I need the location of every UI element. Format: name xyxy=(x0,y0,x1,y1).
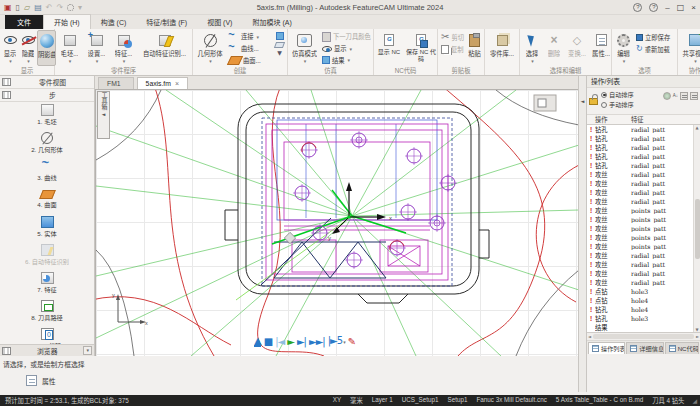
properties-button[interactable]: 属性... xyxy=(589,30,613,66)
filter-icon[interactable]: ▼ xyxy=(277,50,282,56)
stock-button[interactable]: 毛坯... xyxy=(56,30,83,66)
toolbox-flyout-tab[interactable]: 工具箱 ◄ xyxy=(97,91,110,139)
save-icon[interactable]: ▤ xyxy=(34,3,42,12)
scroll-up-icon[interactable]: ▲ xyxy=(695,125,698,130)
operation-row[interactable]: ! 攻丝 radial_patt xyxy=(587,260,693,269)
settings-gear-icon[interactable] xyxy=(67,4,74,11)
doc-tab-5axis[interactable]: 5axis.fm × xyxy=(137,77,188,89)
sim-play-button[interactable]: ► xyxy=(287,336,294,348)
tab-nc-code[interactable]: NC代码 xyxy=(665,342,699,354)
sim-fast-forward-button[interactable]: ►►| xyxy=(309,336,325,348)
step-surfaces[interactable]: 4. 曲面 xyxy=(0,188,94,216)
lock-icon[interactable] xyxy=(589,98,598,105)
new-file-icon[interactable]: ▯ xyxy=(16,3,20,12)
sort-az-icon[interactable]: A↓ xyxy=(673,92,678,100)
operation-row[interactable]: ! 攻丝 radial_patt xyxy=(587,197,693,206)
operation-row[interactable]: ! 攻丝 radial_patt xyxy=(587,170,693,179)
featurecam-app-icon[interactable]: ▣ xyxy=(4,3,12,12)
collapse-arrow-icon[interactable]: ◄ xyxy=(581,98,585,392)
sim-draw-mode-button[interactable]: ✎ xyxy=(348,336,355,348)
operation-row[interactable]: ! 钻孔 hole4 xyxy=(587,305,693,314)
solid-icon[interactable] xyxy=(276,32,284,40)
curves-button[interactable]: 曲线... xyxy=(226,43,273,55)
status-item[interactable]: XY xyxy=(333,396,341,405)
sim-eject-button[interactable]: ▲ xyxy=(254,336,261,347)
hide-button[interactable]: 隐藏 xyxy=(19,30,37,66)
step-stock[interactable]: 1. 毛坯 xyxy=(0,104,94,132)
operation-row[interactable]: ! 攻丝 points_patt xyxy=(587,233,693,242)
copy-button[interactable]: 复制 xyxy=(439,43,465,55)
surfaces-button[interactable]: 曲面... xyxy=(226,54,273,66)
operation-row[interactable]: ! 攻丝 radial_patt xyxy=(587,179,693,188)
operation-row[interactable]: ! 点钻 hole4 xyxy=(587,296,693,305)
status-item[interactable]: 5 Axis Table_Table - C on B.md xyxy=(556,396,643,405)
save-nc-button[interactable]: 保存 NC 代码 xyxy=(406,30,437,66)
tab-home[interactable]: 开始 (H) xyxy=(43,14,91,29)
tab-details[interactable]: 详细信息 xyxy=(626,342,663,354)
transform-button[interactable]: ◇ 变换... xyxy=(565,30,589,66)
operation-row[interactable]: ! 点钻 hole3 xyxy=(587,287,693,296)
operation-row[interactable]: ! 攻丝 radial_patt xyxy=(587,269,693,278)
status-item[interactable]: UCS_Setup1 xyxy=(402,396,439,405)
help-icon-2[interactable]: ? xyxy=(649,3,658,12)
edit-options-button[interactable]: 编辑 xyxy=(613,30,634,66)
sim-show-button[interactable]: 显示 xyxy=(320,43,373,55)
paste-button[interactable]: 粘贴 xyxy=(465,30,484,66)
step-nc-code[interactable]: 9. NC代码 xyxy=(0,328,94,344)
show-nc-button[interactable]: 显示 NC xyxy=(375,30,404,66)
redo-icon[interactable]: ↷ xyxy=(56,3,63,12)
save-now-button[interactable]: 立即保存 xyxy=(634,31,676,43)
step-toolpaths[interactable]: 8. 刀具路径 xyxy=(0,300,94,328)
step-features[interactable]: 7. 特征 xyxy=(0,272,94,300)
select-button[interactable]: 选择 xyxy=(521,30,543,66)
close-tab-icon[interactable]: × xyxy=(175,80,179,87)
connect-button[interactable]: 连接 xyxy=(226,31,273,43)
step-solids[interactable]: 5. 实体 xyxy=(0,216,94,244)
cut-button[interactable]: ✂剪切 xyxy=(439,31,465,43)
sim-step-back-button[interactable]: |◄ xyxy=(275,336,284,348)
operation-row[interactable]: ! 攻丝 points_patt xyxy=(587,242,693,251)
next-tool-color-button[interactable]: 下一刀具颜色 xyxy=(320,31,373,43)
collapse-chevron-icon[interactable]: ▾ xyxy=(83,346,92,355)
reload-button[interactable]: ↻重新加载 xyxy=(634,43,676,55)
cad-drawing[interactable]: x y x y xyxy=(96,90,578,356)
operation-row[interactable]: ! 攻丝 radial_patt xyxy=(587,278,693,287)
minimized-dialog[interactable] xyxy=(534,95,556,111)
expand-list-icon[interactable] xyxy=(680,92,688,100)
features-button[interactable]: 特征... xyxy=(110,30,137,66)
steps-icon[interactable] xyxy=(2,91,11,99)
show-button[interactable]: 显示 xyxy=(1,30,19,66)
operation-row[interactable]: ! 钻孔 radial_patt xyxy=(587,143,693,152)
step-curves[interactable]: 3. 曲线 xyxy=(0,160,94,188)
browser-bar[interactable]: 浏览器 ▾ xyxy=(0,344,94,356)
operation-row[interactable]: ! 攻丝 points_patt xyxy=(587,224,693,233)
auto-sort-radio[interactable]: 自动排序 xyxy=(601,90,634,99)
operation-row[interactable]: 结果 xyxy=(587,323,693,332)
minimize-button[interactable]: – xyxy=(665,3,669,12)
operation-row[interactable]: ! 钻孔 hole3 xyxy=(587,314,693,323)
open-folder-icon[interactable]: ▱ xyxy=(24,3,30,12)
scroll-right-icon[interactable]: ► xyxy=(696,334,699,339)
regenerate-icon[interactable] xyxy=(663,92,671,100)
status-item[interactable]: Layer 1 xyxy=(372,396,393,405)
scroll-left-icon[interactable]: ◄ xyxy=(588,334,591,339)
operation-row[interactable]: ! 攻丝 radial_patt xyxy=(587,251,693,260)
horizontal-scrollbar[interactable]: ◄► xyxy=(587,333,700,341)
delete-button[interactable]: × 删除 xyxy=(543,30,565,66)
step-afr[interactable]: 6. 自动特征识别 xyxy=(0,244,94,272)
operation-row[interactable]: ! 攻丝 radial_patt xyxy=(587,188,693,197)
operation-row[interactable]: ! 攻丝 points_patt xyxy=(587,215,693,224)
setups-button[interactable]: 设置... xyxy=(83,30,110,66)
tab-operation-list[interactable]: 操作列表 xyxy=(588,342,625,354)
sim-stop-button[interactable]: ■ xyxy=(264,336,272,348)
status-item[interactable]: Setup1 xyxy=(447,396,467,405)
operation-row[interactable]: ! 钻孔 radial_patt xyxy=(587,152,693,161)
maximize-button[interactable]: □ xyxy=(677,3,685,12)
part-view-icon[interactable] xyxy=(2,78,11,86)
tab-feature-manufacture[interactable]: 特征/制造 (F) xyxy=(136,15,197,29)
tab-view[interactable]: 视图 (V) xyxy=(197,15,242,29)
sim-step-forward-button[interactable]: ►| xyxy=(297,336,306,348)
panel-splitter[interactable]: ◄ xyxy=(578,76,587,392)
status-item[interactable]: Fanuc 3x Mill Default.cnc xyxy=(476,396,546,405)
operation-row[interactable]: ! 攻丝 points_patt xyxy=(587,206,693,215)
